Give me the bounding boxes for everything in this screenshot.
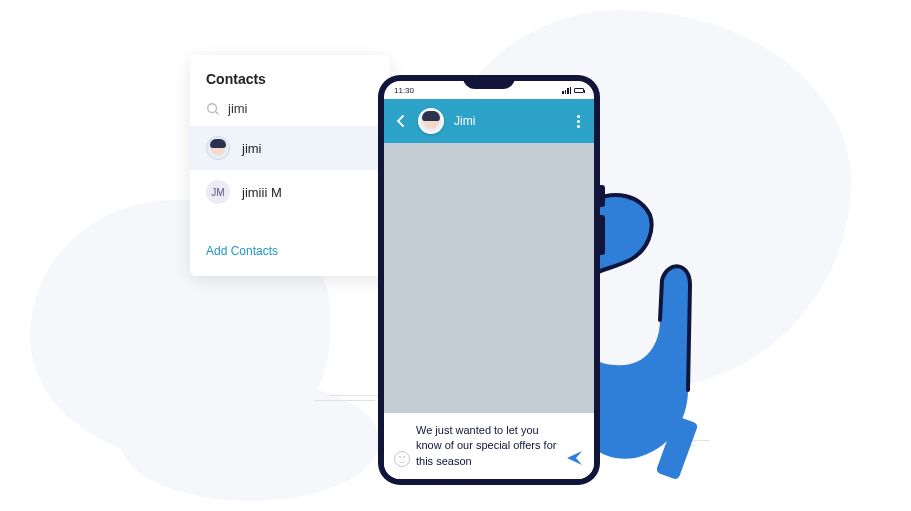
phone-device: 11:30 Jimi We just wanted to let [378,75,600,485]
bg-line [315,400,375,401]
status-time: 11:30 [394,86,414,95]
bg-blob [120,381,380,501]
chat-avatar[interactable] [418,108,444,134]
search-icon [206,102,220,116]
back-icon[interactable] [394,114,408,128]
phone-side-button [600,215,605,255]
emoji-icon[interactable] [394,451,410,467]
phone-notch [463,75,515,89]
add-contacts-link[interactable]: Add Contacts [190,214,390,262]
contact-name: jimiii M [242,185,282,200]
svg-line-1 [216,111,219,114]
search-input[interactable] [228,101,374,116]
svg-point-0 [208,103,217,112]
avatar [206,136,230,160]
contacts-panel: Contacts jimi JM jimiii M Add Contacts [190,55,390,276]
contact-item-jimi[interactable]: jimi [190,126,390,170]
message-composer: We just wanted to let you know of our sp… [384,413,594,479]
more-options-icon[interactable] [573,111,584,132]
signal-icon [562,87,571,94]
contacts-search[interactable] [190,97,390,126]
battery-icon [574,88,584,93]
contacts-title: Contacts [190,71,390,97]
phone-screen: 11:30 Jimi We just wanted to let [384,81,594,479]
message-input[interactable]: We just wanted to let you know of our sp… [416,423,560,469]
chat-header: Jimi [384,99,594,143]
send-icon[interactable] [566,449,584,467]
chat-messages-area[interactable] [384,143,594,413]
phone-side-button [600,185,605,207]
chat-contact-name: Jimi [454,114,563,128]
avatar-initials: JM [206,180,230,204]
contact-name: jimi [242,141,262,156]
contact-item-jimiii-m[interactable]: JM jimiii M [190,170,390,214]
